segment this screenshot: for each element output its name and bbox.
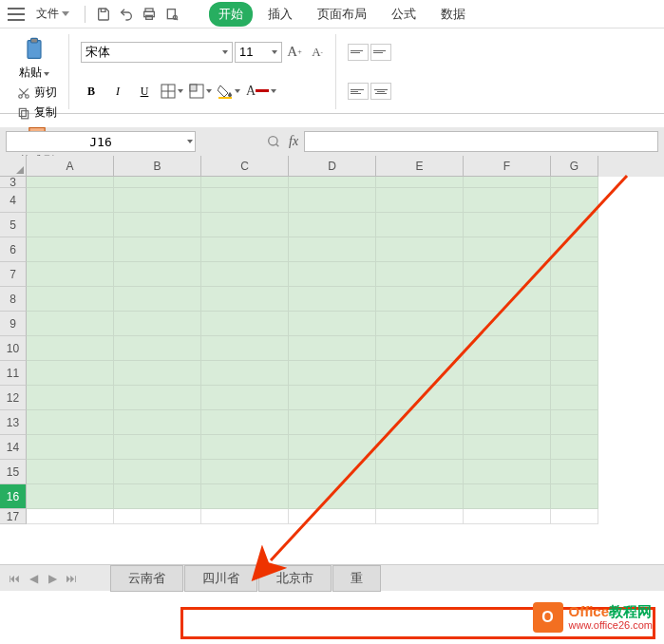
cell[interactable] (376, 509, 464, 524)
save-icon[interactable] (95, 6, 112, 23)
cell[interactable] (464, 237, 551, 262)
cell[interactable] (114, 410, 201, 435)
tab-page-layout[interactable]: 页面布局 (308, 2, 376, 27)
grow-font-button[interactable]: A+ (284, 42, 305, 63)
file-menu[interactable]: 文件 (30, 3, 75, 25)
cell[interactable] (27, 435, 114, 460)
cell[interactable] (114, 484, 201, 509)
cell[interactable] (376, 262, 464, 287)
cell[interactable] (551, 509, 598, 524)
col-header[interactable]: B (114, 156, 201, 177)
cell[interactable] (27, 287, 114, 312)
cell-style-button[interactable] (189, 84, 212, 99)
cell[interactable] (464, 460, 551, 484)
cell[interactable] (114, 237, 201, 262)
cell[interactable] (114, 312, 201, 336)
tab-data[interactable]: 数据 (431, 2, 475, 27)
cell[interactable] (376, 188, 464, 213)
align-left-button[interactable] (348, 83, 369, 100)
cell[interactable] (201, 262, 289, 287)
cell[interactable] (27, 484, 114, 509)
cell[interactable] (27, 188, 114, 213)
cell[interactable] (289, 336, 376, 361)
font-name-select[interactable]: 宋体 (81, 42, 233, 63)
select-all-corner[interactable] (0, 156, 27, 177)
preview-icon[interactable] (163, 6, 180, 23)
cell[interactable] (27, 213, 114, 237)
cell[interactable] (464, 410, 551, 435)
cell[interactable] (376, 410, 464, 435)
formula-input[interactable] (304, 131, 658, 152)
cell[interactable] (27, 237, 114, 262)
cell[interactable] (27, 262, 114, 287)
cell[interactable] (551, 262, 598, 287)
cell[interactable] (551, 177, 598, 188)
cell[interactable] (464, 484, 551, 509)
underline-button[interactable]: U (134, 81, 155, 102)
font-size-select[interactable]: 11 (235, 42, 282, 63)
cell[interactable] (289, 484, 376, 509)
cell[interactable] (201, 484, 289, 509)
row-header[interactable]: 4 (0, 188, 27, 213)
tab-insert[interactable]: 插入 (258, 2, 302, 27)
cell[interactable] (27, 312, 114, 336)
cell[interactable] (201, 188, 289, 213)
cell[interactable] (114, 177, 201, 188)
cell[interactable] (464, 213, 551, 237)
row-header[interactable]: 3 (0, 177, 27, 188)
cell[interactable] (289, 262, 376, 287)
sheet-tab[interactable]: 四川省 (184, 565, 257, 592)
border-button[interactable] (161, 84, 183, 99)
align-middle-button[interactable] (370, 44, 391, 61)
cell[interactable] (551, 336, 598, 361)
cell[interactable] (114, 361, 201, 386)
cell[interactable] (27, 177, 114, 188)
cell[interactable] (376, 336, 464, 361)
cell[interactable] (464, 287, 551, 312)
print-icon[interactable] (141, 6, 158, 23)
cell[interactable] (376, 386, 464, 410)
row-header[interactable]: 8 (0, 287, 27, 312)
name-box[interactable]: J16 (6, 131, 196, 152)
row-header[interactable]: 13 (0, 410, 27, 435)
cell[interactable] (551, 213, 598, 237)
cell[interactable] (289, 312, 376, 336)
col-header[interactable]: C (201, 156, 289, 177)
cell[interactable] (551, 188, 598, 213)
col-header[interactable]: A (27, 156, 114, 177)
cell[interactable] (114, 336, 201, 361)
cell[interactable] (289, 177, 376, 188)
cell[interactable] (376, 460, 464, 484)
cell[interactable] (551, 460, 598, 484)
row-header[interactable]: 6 (0, 237, 27, 262)
sheet-nav-prev-icon[interactable]: ◀ (25, 570, 42, 587)
row-header[interactable]: 16 (0, 484, 27, 509)
copy-button[interactable]: 复制 (13, 103, 61, 123)
cut-button[interactable]: 剪切 (13, 83, 61, 103)
sheet-tab[interactable]: 北京市 (258, 565, 332, 592)
cell[interactable] (114, 287, 201, 312)
sheet-tab[interactable]: 重 (332, 565, 381, 592)
cell[interactable] (551, 484, 598, 509)
sheet-nav-next-icon[interactable]: ▶ (44, 570, 61, 587)
cell[interactable] (201, 509, 289, 524)
align-center-button[interactable] (370, 83, 391, 100)
fill-color-button[interactable] (218, 84, 240, 99)
cell[interactable] (27, 509, 114, 524)
cell[interactable] (551, 410, 598, 435)
fx-label[interactable]: fx (289, 134, 298, 149)
cell[interactable] (27, 386, 114, 410)
cell[interactable] (201, 361, 289, 386)
cell[interactable] (376, 177, 464, 188)
cell[interactable] (464, 361, 551, 386)
cell[interactable] (201, 237, 289, 262)
cell[interactable] (464, 262, 551, 287)
align-top-button[interactable] (348, 44, 369, 61)
sheet-nav-last-icon[interactable]: ⏭ (63, 570, 80, 587)
cell[interactable] (201, 386, 289, 410)
col-header[interactable]: F (464, 156, 551, 177)
cell[interactable] (201, 336, 289, 361)
font-color-button[interactable]: A (246, 84, 276, 99)
cell[interactable] (289, 386, 376, 410)
cell[interactable] (201, 177, 289, 188)
